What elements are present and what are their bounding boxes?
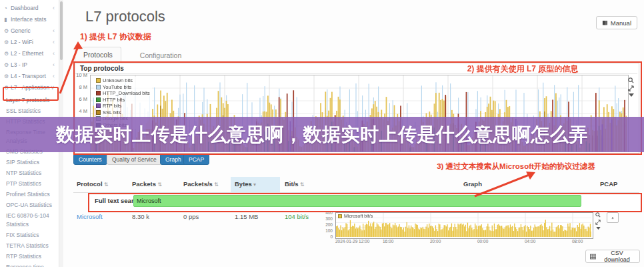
- sidebar-subitem-opc-ua-statistics[interactable]: OPC-UA Statistics: [0, 200, 59, 210]
- column-label: Packets: [132, 180, 156, 188]
- row-graph-canvas: [336, 213, 591, 237]
- pcap-download-button[interactable]: [607, 212, 619, 223]
- sidebar-subitem-fix-statistics[interactable]: FIX Statistics: [0, 230, 59, 240]
- column-label: Protocol: [77, 180, 103, 188]
- bar-chart-icon: ▮: [4, 14, 11, 25]
- sidebar-subitem-sip-statistics[interactable]: SIP Statistics: [0, 157, 59, 168]
- row-y-tick-300: 300: [315, 216, 333, 221]
- gauge-icon: ◔: [4, 3, 11, 14]
- row-x-tick: 2024-01-29 12:00: [335, 239, 369, 244]
- row-x-tick: 16:00: [383, 239, 393, 244]
- chevron-left-icon: ‹: [53, 37, 56, 48]
- sidebar-subitem-ntp-statistics[interactable]: NTP Statistics: [0, 168, 59, 178]
- manual-button[interactable]: Manual: [596, 16, 637, 29]
- chevron-left-icon: ‹: [53, 25, 56, 37]
- scrollbar-thumb[interactable]: [60, 1, 63, 60]
- manual-label: Manual: [611, 19, 631, 27]
- sidebar-item-generic[interactable]: ⚙Generic‹: [0, 25, 59, 37]
- annotation-note-2: 2) 提供有关使用 L7 原型的信息: [409, 63, 636, 75]
- chevron-left-icon: ‹: [53, 59, 56, 71]
- column-header-graph: Graph: [453, 180, 493, 188]
- column-header-packets[interactable]: Packets ⇅: [132, 180, 162, 188]
- row-chart-legend: Microsoft bit/s: [338, 214, 373, 218]
- sidebar-subitem-ssl-statistics[interactable]: SSL Statistics: [0, 105, 59, 116]
- filter-button-graph[interactable]: Graph: [160, 154, 187, 165]
- row-y-tick-0: 0: [315, 234, 333, 239]
- column-label: PCAP: [600, 180, 617, 188]
- zoom-icon[interactable]: [595, 212, 601, 218]
- column-label: Bit/s: [285, 180, 299, 188]
- sidebar-subitem-iec-60870-5-104-statistics[interactable]: IEC 60870-5-104 Statistics: [0, 210, 59, 230]
- filter-button-pcap[interactable]: PCAP: [183, 154, 209, 165]
- row-x-tick: 04:00: [525, 239, 535, 244]
- csv-download-button[interactable]: CSV download: [585, 250, 640, 263]
- sort-icon: ⇅: [299, 182, 305, 188]
- tab-configuration[interactable]: Configuration: [132, 48, 189, 63]
- tab-protocols[interactable]: Protocols: [75, 47, 121, 63]
- cell-bytes: 1.15 MB: [235, 213, 258, 220]
- row-y-tick-100: 100: [315, 228, 333, 233]
- sidebar-item-label: Generic: [11, 25, 53, 37]
- sidebar-subitem-ptp-statistics[interactable]: PTP Statistics: [0, 178, 59, 189]
- sidebar-subitem-response-time-overview[interactable]: Response time overview: [0, 262, 59, 267]
- book-icon: [602, 20, 608, 26]
- column-label: Bytes: [235, 180, 252, 188]
- expand-icon[interactable]: [595, 220, 601, 225]
- sidebar-item-dashboard[interactable]: ◔Dashboard‹: [0, 3, 59, 14]
- cell-bit-s: 104 bit/s: [285, 213, 309, 220]
- table-icon: [590, 254, 596, 260]
- sort-icon: ⇅: [156, 182, 162, 188]
- overlay-banner-text: 数据实时上传是什么意思啊，数据实时上传是什么意思啊怎么弄: [56, 122, 588, 148]
- gear-icon: ⚙: [4, 71, 11, 82]
- row-x-tick: 00:00: [477, 239, 488, 244]
- chevron-left-icon: ‹: [53, 48, 56, 59]
- chevron-left-icon: ‹: [53, 71, 56, 82]
- sidebar-item-label: Dashboard: [11, 3, 53, 14]
- chevron-left-icon: ‹: [53, 3, 56, 14]
- annotation-note-3: 3) 通过文本搜索从Microsoft开始的协议过滤器: [416, 162, 616, 172]
- overlay-banner: 数据实时上传是什么意思啊，数据实时上传是什么意思啊怎么弄: [0, 117, 644, 152]
- legend-label: Microsoft bit/s: [344, 214, 373, 218]
- column-header-bytes[interactable]: Bytes ▾: [235, 180, 256, 188]
- tab-bar: ProtocolsConfiguration: [75, 47, 639, 63]
- sidebar-item-label: L3 - IP: [11, 59, 53, 71]
- row-x-tick: 20:00: [430, 239, 441, 244]
- filter-button-quality-of-service[interactable]: Quality of Service: [107, 154, 162, 165]
- row-y-tick-200: 200: [315, 222, 333, 227]
- column-label: Graph: [463, 180, 482, 188]
- sidebar-item-label: Interface stats: [11, 14, 55, 25]
- legend-swatch: [338, 214, 342, 218]
- sort-desc-icon: ▾: [252, 182, 256, 188]
- full-text-search-input[interactable]: [133, 195, 581, 207]
- row-chart-toolbar: [595, 212, 601, 230]
- column-label: Packets/s: [183, 180, 213, 188]
- sidebar-subitem-profinet-statistics[interactable]: Profinet Statistics: [0, 189, 59, 200]
- annotation-note-1: 1) 提供 L7 协议数据: [80, 31, 151, 43]
- export-icon: [611, 215, 614, 221]
- gear-icon: ⚙: [4, 59, 11, 71]
- sidebar-item-label: L4 - Transport: [11, 71, 53, 82]
- sidebar-item-l2-wifi[interactable]: ⚙L2 - WiFi‹: [0, 37, 59, 48]
- sidebar-item-label: L2 - Ethernet: [11, 48, 53, 59]
- row-x-tick: 08:00: [572, 239, 583, 244]
- column-header-bit-s[interactable]: Bit/s ⇅: [285, 180, 305, 188]
- column-header-protocol[interactable]: Protocol ⇅: [77, 180, 108, 188]
- sort-icon: ⇅: [213, 182, 219, 188]
- sidebar-item-interface-stats[interactable]: ▮Interface stats: [0, 14, 59, 25]
- column-header-packets-s[interactable]: Packets/s ⇅: [183, 180, 219, 188]
- sidebar-subitem-rtp-statistics[interactable]: RTP Statistics: [0, 251, 59, 262]
- page-title: L7 protocols: [85, 8, 165, 25]
- sidebar-item-l4-transport[interactable]: ⚙L4 - Transport‹: [0, 71, 59, 82]
- sidebar-item-label: L2 - WiFi: [11, 37, 53, 48]
- sidebar-subitem-tetra-statistics[interactable]: TETRA Statistics: [0, 240, 59, 251]
- filter-button-counters[interactable]: Counters: [73, 154, 107, 165]
- chevron-down-icon[interactable]: [596, 227, 601, 230]
- cell-protocol-link[interactable]: Microsoft: [77, 213, 103, 220]
- sidebar-item-l3-ip[interactable]: ⚙L3 - IP‹: [0, 59, 59, 71]
- cell-packets-s: 0 pps: [183, 213, 199, 220]
- csv-download-label: CSV download: [599, 250, 635, 263]
- column-header-pcap: PCAP: [600, 180, 617, 188]
- gear-icon: ⚙: [4, 48, 11, 59]
- cell-packets: 8.30 k: [132, 213, 149, 220]
- sidebar-item-l2-ethernet[interactable]: ⚙L2 - Ethernet‹: [0, 48, 59, 59]
